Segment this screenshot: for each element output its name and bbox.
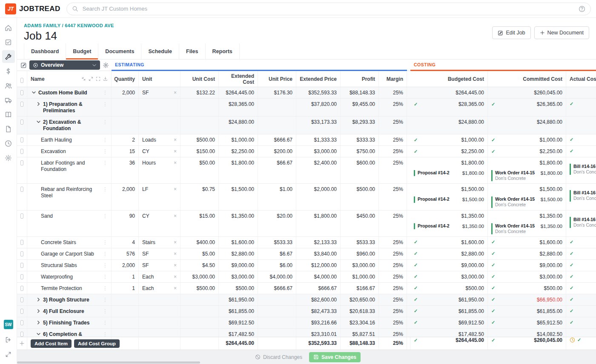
profit-cell[interactable]: $533.33 [341,237,379,248]
unit-cost-cell[interactable] [181,294,219,305]
select-all-checkbox[interactable] [20,78,23,83]
sidebar-item-documents[interactable] [2,122,15,135]
margin-cell[interactable]: 25% [379,237,407,248]
actual-cost-cell[interactable]: Bill #14-16Don's Conc [566,184,596,210]
unit-cost-cell[interactable]: $50.00 [181,157,219,183]
unit-cell[interactable] [139,329,181,337]
quantity-cell[interactable]: 2 [112,134,139,145]
unit-cell[interactable]: Loads× [139,134,181,145]
committed-cost-cell[interactable]: ✓$1,000.00 [488,134,566,145]
sidebar-item-catalog[interactable] [2,108,15,121]
committed-cost-cell[interactable]: ✓$1,600.00 [488,237,566,248]
item-name-cell[interactable]: 5) Finishing Trades⋮ [27,317,112,328]
extended-price-cell[interactable]: $352,593.33 [296,87,341,98]
row-select-cell[interactable] [17,87,27,98]
expand-caret[interactable] [36,320,41,325]
committed-cost-cell[interactable]: ✓$66,950.00 [488,294,566,305]
unit-price-cell[interactable]: $666.67 [258,283,296,294]
quantity-cell[interactable]: 1 [112,283,139,294]
budgeted-cost-cell[interactable]: $17,482.50 [410,329,488,337]
row-select-cell[interactable] [17,306,27,317]
margin-cell[interactable]: 25% [379,117,407,134]
committed-cost-cell[interactable]: ✓$65,912.50 [488,317,566,328]
edit-job-button[interactable]: Edit Job [492,26,530,39]
margin-cell[interactable]: 25% [379,146,407,157]
item-name-cell[interactable]: 3) Rough Structure⋮ [27,294,112,305]
extended-price-cell[interactable]: $82,600.00 [296,294,341,305]
row-checkbox[interactable] [20,286,23,291]
extended-price-cell[interactable]: $3,000.00 [296,146,341,157]
margin-cell[interactable]: 25% [379,248,407,259]
collapse-all-icon[interactable] [81,77,86,81]
unit-cost-cell[interactable]: $0.75 [181,184,219,210]
profit-cell[interactable]: $8,293.33 [341,117,379,134]
expand-caret[interactable] [36,309,41,313]
budgeted-cost-cell[interactable]: ✓$1,000.00 [410,134,488,145]
quantity-cell[interactable]: 36 [112,157,139,183]
budgeted-cost-cell[interactable]: $1,500.00Proposal #14-2$1,500.00 [410,184,488,210]
committed-cost-cell[interactable]: $1,800.00Work Order #14-15Don's Concrete… [488,157,566,183]
drag-handle[interactable]: ⋮ [103,148,108,155]
profit-cell[interactable]: $23,304.16 [341,317,379,328]
drag-handle[interactable]: ⋮ [103,297,108,303]
expand-caret[interactable] [36,102,41,106]
view-settings-icon[interactable] [103,62,109,68]
sidebar-item-people[interactable] [2,79,15,92]
profit-cell[interactable]: $333.33 [341,134,379,145]
row-checkbox[interactable] [20,309,23,314]
cost-document-link[interactable]: Bill #14-16Don's Conc [570,217,596,228]
row-select-cell[interactable] [17,134,27,145]
unit-cell[interactable] [139,117,181,134]
unit-price-cell[interactable] [258,117,296,134]
horizontal-scrollbar-thumb[interactable] [17,361,200,364]
clear-unit-icon[interactable]: × [174,148,177,155]
select-all-cell[interactable] [17,71,27,87]
quantity-cell[interactable] [112,329,139,337]
extended-price-cell[interactable]: $1,800.00 [296,210,341,236]
actual-cost-cell[interactable] [566,117,596,134]
extended-price-cell[interactable]: $33,173.33 [296,117,341,134]
budgeted-cost-cell[interactable]: ✓$61,950.00 [410,294,488,305]
extended-price-cell[interactable]: $2,400.00 [296,157,341,183]
extended-cost-cell[interactable]: $500.00 [219,283,258,294]
save-changes-button[interactable]: Save Changes [309,352,361,362]
row-checkbox[interactable] [20,119,23,125]
unit-cost-cell[interactable] [181,329,219,337]
unit-cell[interactable]: Stairs× [139,237,181,248]
row-checkbox[interactable] [20,187,23,192]
committed-cost-cell[interactable]: ✓$9,000.00 [488,260,566,271]
committed-cost-cell[interactable]: ✓$3,000.00 [488,271,566,282]
collapse-caret[interactable] [32,90,36,95]
row-select-cell[interactable] [17,146,27,157]
row-checkbox[interactable] [20,297,23,302]
drag-handle[interactable]: ⋮ [103,262,108,269]
item-name-cell[interactable]: Garage or Carport Slab⋮ [27,248,112,259]
row-select-cell[interactable] [17,317,27,328]
drag-handle[interactable]: ⋮ [103,331,108,337]
extended-cost-cell[interactable]: $1,350.00 [219,210,258,236]
edit-view-icon[interactable] [20,62,27,68]
item-name-cell[interactable]: Earth Hauling⋮ [27,134,112,145]
margin-cell[interactable]: 25% [379,294,407,305]
row-checkbox[interactable] [20,213,23,219]
actual-cost-cell[interactable]: ✓ [566,237,596,248]
extended-price-cell[interactable]: $2,133.33 [296,237,341,248]
actual-cost-cell[interactable]: ✓ [566,283,596,294]
unit-price-cell[interactable] [258,329,296,337]
unit-price-cell[interactable]: $666.67 [258,134,296,145]
drag-handle[interactable]: ⋮ [103,308,108,315]
actual-cost-cell[interactable]: Bill #14-16Don's Conc [566,210,596,236]
extended-price-cell[interactable]: $37,820.00 [296,99,341,116]
profit-cell[interactable]: $88,148.33 [341,87,379,98]
profit-column-header[interactable]: Profit [341,71,379,87]
cost-document-link[interactable]: Proposal #14-2$1,500.00 [414,196,484,202]
budgeted-cost-cell[interactable]: $1,800.00Proposal #14-2$1,800.00 [410,157,488,183]
unit-cost-cell[interactable]: $500.00 [181,134,219,145]
committed-cost-cell[interactable]: ✓$26,365.00 [488,99,566,116]
extended-cost-cell[interactable]: $61,950.00 [219,294,258,305]
extended-cost-cell[interactable]: $9,000.00 [219,260,258,271]
clear-unit-icon[interactable]: × [174,239,177,246]
quantity-cell[interactable]: 576 [112,248,139,259]
row-select-cell[interactable] [17,210,27,236]
row-select-cell[interactable] [17,99,27,116]
